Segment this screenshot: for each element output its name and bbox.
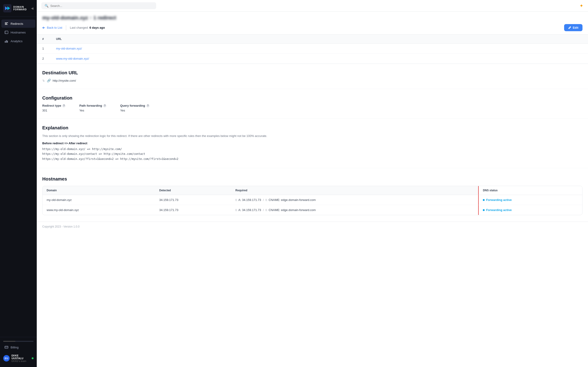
- search-icon: 🔍: [44, 4, 48, 8]
- redirect-arrow-icon: ↳: [42, 79, 45, 82]
- row-num: 2: [37, 54, 51, 64]
- example-row: https://my-old-domain.xyz/ => http://mys…: [42, 147, 582, 152]
- forwarding-badge: Forwarding active: [483, 208, 578, 212]
- forwarding-active-dot: [483, 209, 485, 211]
- sidebar-logo: DOMAIN FORWARD ◀: [0, 0, 37, 17]
- last-changed-text: Last changed: 6 days ago: [70, 26, 105, 29]
- user-team: EKKE's team: [11, 360, 30, 362]
- header-divider: [66, 25, 66, 30]
- redirect-type-help-icon[interactable]: ?: [62, 104, 65, 107]
- copy-icon-a[interactable]: ⎘: [235, 209, 237, 212]
- back-to-list-button[interactable]: Back to List: [42, 26, 62, 29]
- hostnames-col-required: Required: [231, 186, 479, 195]
- redirect-type-label: Redirect type ?: [42, 104, 65, 107]
- hostnames-col-dns: DNS status: [478, 186, 582, 195]
- user-info[interactable]: EU EKKE UUSTALU EKKE's team: [0, 352, 37, 365]
- user-online-badge: [32, 357, 34, 359]
- query-forwarding-value: Yes: [120, 109, 149, 112]
- hostname-required: ⎘ A: 34.159.171.73 / ⎘ CNAME: edge.domai…: [231, 205, 479, 215]
- before-after-label: Before redirect => After redirect: [42, 142, 582, 145]
- user-details: EKKE UUSTALU EKKE's team: [11, 354, 30, 362]
- hostnames-col-detected: Detected: [155, 186, 231, 195]
- path-forwarding-item: Path forwarding ? Yes: [79, 104, 106, 112]
- table-row: my-old-domain.xyz 34.159.171.73 ⎘ A: 34.…: [43, 195, 582, 205]
- copy-icon-cname[interactable]: ⎘: [266, 198, 267, 202]
- hostname-required: ⎘ A: 34.159.171.73 / ⎘ CNAME: edge.domai…: [231, 195, 479, 205]
- sidebar-item-label: Redirects: [10, 22, 23, 25]
- svg-rect-8: [5, 41, 6, 43]
- explanation-title: Explanation: [42, 125, 582, 131]
- config-grid: Redirect type ? 301 Path forwarding ? Ye…: [42, 104, 582, 112]
- svg-rect-11: [5, 346, 8, 348]
- row-url: www.my-old-domain.xyz/: [51, 54, 588, 64]
- sidebar-item-hostnames[interactable]: Hostnames: [1, 28, 35, 36]
- user-name: EKKE UUSTALU: [11, 354, 30, 360]
- explanation-section: Explanation This section is only showing…: [37, 119, 588, 168]
- svg-rect-4: [5, 23, 7, 24]
- table-row: 1 my-old-domain.xyz/: [37, 44, 588, 54]
- url-table-section: # URL 1 my-old-domain.xyz/ 2 www.my-old-…: [37, 35, 588, 64]
- svg-rect-6: [5, 31, 8, 34]
- sidebar-item-label: Billing: [10, 346, 19, 349]
- redirect-type-item: Redirect type ? 301: [42, 104, 65, 112]
- sidebar-item-redirects[interactable]: Redirects: [1, 19, 35, 28]
- query-forwarding-item: Query forwarding ? Yes: [120, 104, 149, 112]
- page-header: Back to List Last changed: 6 days ago Ed…: [37, 21, 588, 35]
- settings-icon[interactable]: ✦: [579, 3, 583, 8]
- url-table-col-url: URL: [51, 35, 588, 44]
- url-link[interactable]: my-old-domain.xyz/: [56, 47, 82, 50]
- query-forwarding-help-icon[interactable]: ?: [146, 104, 149, 107]
- destination-url: http://mysite.com/: [52, 79, 76, 82]
- edit-button[interactable]: Edit: [564, 24, 582, 31]
- sidebar-scrollbar: [3, 341, 34, 342]
- sidebar-item-label: Hostnames: [10, 31, 26, 34]
- sidebar-item-analytics[interactable]: Analytics: [1, 37, 35, 45]
- content-area: # URL 1 my-old-domain.xyz/ 2 www.my-old-…: [37, 35, 588, 367]
- sidebar-item-billing[interactable]: Billing: [1, 343, 35, 351]
- required-a-value: A: 34.159.171.73: [238, 208, 261, 212]
- required-cname-value: CNAME: edge.domain-forward.com: [268, 198, 316, 202]
- main-content: 🔍 ✦ my-old-domain.xyz ↑ 1 redirect Back …: [37, 0, 588, 367]
- copy-icon-a[interactable]: ⎘: [235, 198, 237, 202]
- configuration-title: Configuration: [42, 95, 582, 101]
- sidebar-collapse-icon[interactable]: ◀: [31, 6, 34, 10]
- url-table-col-num: #: [37, 35, 51, 44]
- required-cname-value: CNAME: edge.domain-forward.com: [268, 208, 316, 212]
- svg-rect-9: [6, 40, 7, 43]
- redirect-examples: https://my-old-domain.xyz/ => http://mys…: [42, 147, 582, 162]
- hostnames-col-domain: Domain: [43, 186, 155, 195]
- copy-icon-cname[interactable]: ⎘: [266, 209, 267, 212]
- svg-rect-3: [5, 23, 8, 23]
- search-input[interactable]: [50, 4, 153, 8]
- hostname-domain: my-old-domain.xyz: [43, 195, 155, 205]
- required-cell: ⎘ A: 34.159.171.73 / ⎘ CNAME: edge.domai…: [235, 198, 474, 202]
- hostname-detected: 34.159.171.73: [155, 195, 231, 205]
- path-forwarding-value: Yes: [79, 109, 106, 112]
- redirects-icon: [5, 22, 8, 25]
- sidebar-scrollbar-thumb: [3, 341, 15, 342]
- forwarding-status-text: Forwarding active: [486, 208, 511, 212]
- footer: Copyright 2023 - Version 1.0.0: [37, 222, 588, 232]
- footer-text: Copyright 2023 - Version 1.0.0: [42, 225, 79, 228]
- back-arrow-icon: [42, 26, 45, 29]
- path-forwarding-help-icon[interactable]: ?: [103, 104, 106, 107]
- destination-title: Destination URL: [42, 70, 582, 75]
- hostname-domain: www.my-old-domain.xyz: [43, 205, 155, 215]
- url-table: # URL 1 my-old-domain.xyz/ 2 www.my-old-…: [37, 35, 588, 64]
- configuration-section: Configuration Redirect type ? 301 Path f…: [37, 89, 588, 119]
- example-row: https://my-old-domain.xyz/contact => htt…: [42, 152, 582, 157]
- logo-icon: [3, 4, 11, 12]
- logo-text: DOMAIN FORWARD: [13, 6, 27, 11]
- topbar: 🔍 ✦: [37, 0, 588, 12]
- sidebar-nav: Redirects Hostnames Analytics: [0, 17, 37, 337]
- hostname-dns-status: Forwarding active: [478, 195, 582, 205]
- required-cell: ⎘ A: 34.159.171.73 / ⎘ CNAME: edge.domai…: [235, 208, 474, 212]
- avatar: EU: [3, 355, 10, 361]
- url-link[interactable]: www.my-old-domain.xyz/: [56, 57, 89, 60]
- forwarding-badge: Forwarding active: [483, 198, 578, 202]
- separator: /: [263, 208, 264, 212]
- example-row: https://my-old-domain.xyz/?first=1&secon…: [42, 157, 582, 162]
- query-forwarding-label: Query forwarding ?: [120, 104, 149, 107]
- explanation-description: This section is only showing the redirec…: [42, 134, 582, 138]
- destination-row: ↳ 🔗 http://mysite.com/: [42, 79, 582, 82]
